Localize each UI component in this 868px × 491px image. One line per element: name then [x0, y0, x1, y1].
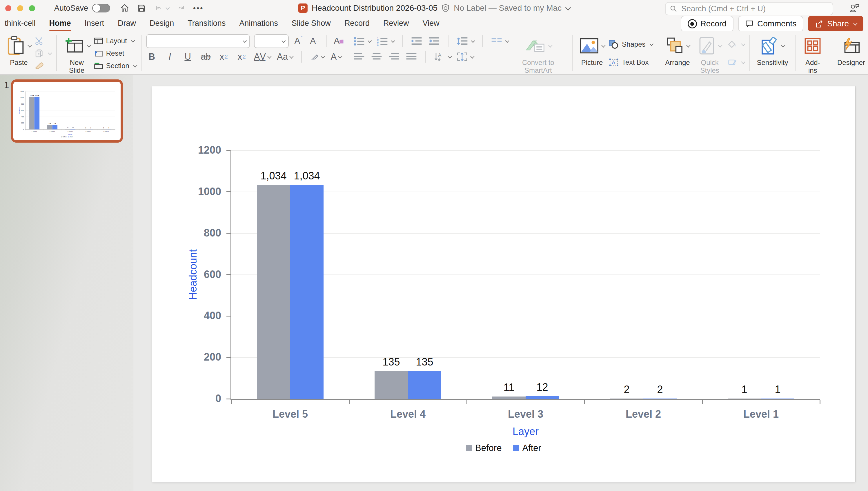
legend-item-after[interactable]: After — [68, 136, 73, 138]
bar-before-level-5[interactable] — [257, 185, 290, 399]
paste-button[interactable]: Paste — [4, 34, 34, 74]
decrease-font-size-button[interactable]: Aˇ — [309, 35, 320, 47]
arrange-button[interactable]: Arrange — [662, 34, 693, 74]
redo-button[interactable] — [176, 3, 185, 13]
share-button[interactable]: Share — [808, 16, 863, 32]
bar-before-level-4[interactable] — [47, 125, 53, 129]
decrease-indent-button[interactable] — [411, 36, 423, 46]
align-text-vertical-button[interactable] — [457, 52, 473, 61]
highlight-color-button[interactable] — [311, 53, 324, 61]
zoom-window-button[interactable] — [29, 5, 35, 11]
text-box-button[interactable]: A Text Box — [609, 57, 652, 68]
bar-after-level-5[interactable] — [34, 97, 40, 129]
bar-after-level-3[interactable] — [526, 396, 559, 399]
font-color-button[interactable]: A — [330, 52, 342, 62]
save-icon[interactable] — [137, 3, 146, 13]
legend-item-after[interactable]: After — [513, 443, 541, 453]
designer-button[interactable]: Designer — [834, 34, 868, 74]
picture-button[interactable]: Picture — [577, 34, 607, 74]
minimize-window-button[interactable] — [17, 5, 23, 11]
menu-tab-review[interactable]: Review — [383, 19, 409, 29]
bar-before-level-3[interactable] — [65, 129, 70, 129]
bar-after-level-4[interactable] — [53, 125, 58, 129]
search-box[interactable] — [665, 2, 833, 16]
align-center-button[interactable] — [371, 53, 382, 61]
chart-legend[interactable]: BeforeAfter — [152, 443, 855, 453]
character-spacing-button[interactable]: A̲V̲ — [254, 52, 270, 62]
menu-tab-record[interactable]: Record — [344, 19, 370, 29]
paste-chevron-icon[interactable] — [28, 44, 32, 48]
strikethrough-button[interactable]: ab — [200, 52, 212, 62]
document-title[interactable]: Headcount Distribution 2026-03-05 — [312, 3, 437, 13]
slide-thumbnail-panel[interactable]: 1 0200400600800100012001,0341,034Level 5… — [0, 75, 133, 491]
change-case-button[interactable]: Aa — [277, 52, 292, 62]
underline-button[interactable]: U — [182, 52, 194, 62]
clear-formatting-button[interactable]: A◆ — [334, 36, 345, 47]
menu-tab-draw[interactable]: Draw — [118, 19, 136, 29]
justify-button[interactable] — [406, 53, 417, 61]
menu-tab-slide-show[interactable]: Slide Show — [292, 19, 331, 29]
bar-before-level-4[interactable] — [375, 371, 408, 399]
menu-tab-insert[interactable]: Insert — [85, 19, 104, 29]
add-ins-button[interactable]: Add-ins — [800, 34, 826, 74]
presence-icon[interactable] — [849, 3, 860, 13]
new-slide-button[interactable]: New Slide — [61, 34, 93, 74]
legend-item-before[interactable]: Before — [61, 136, 67, 138]
subscript-button[interactable]: x2 — [236, 52, 248, 62]
undo-chevron-icon[interactable] — [166, 6, 170, 10]
increase-font-size-button[interactable]: Aˆ — [293, 36, 305, 47]
superscript-button[interactable]: x2 — [218, 52, 230, 62]
bullets-button[interactable] — [353, 36, 371, 46]
align-right-button[interactable] — [388, 53, 400, 61]
bar-before-level-5[interactable] — [29, 97, 34, 129]
shape-outline-button[interactable] — [728, 57, 744, 68]
quick-styles-button[interactable]: Quick Styles — [693, 34, 727, 74]
copy-button[interactable] — [35, 48, 51, 59]
legend-item-before[interactable]: Before — [466, 443, 501, 453]
bold-button[interactable]: B — [146, 52, 158, 62]
bar-before-level-1[interactable] — [728, 399, 761, 399]
shapes-button[interactable]: Shapes — [609, 39, 652, 50]
increase-indent-button[interactable] — [428, 36, 440, 46]
bar-before-level-3[interactable] — [492, 397, 526, 399]
italic-button[interactable]: I — [164, 52, 176, 62]
chart-legend[interactable]: BeforeAfter — [13, 136, 121, 138]
menu-tab-think-cell[interactable]: think-cell — [5, 19, 36, 29]
more-commands-icon[interactable]: ••• — [193, 4, 204, 13]
menu-tab-transitions[interactable]: Transitions — [187, 19, 226, 29]
bar-after-level-3[interactable] — [70, 129, 76, 129]
layout-button[interactable]: Layout — [94, 35, 136, 47]
search-input[interactable] — [681, 4, 829, 13]
font-size-select[interactable] — [254, 34, 289, 48]
bar-chart[interactable]: 0200400600800100012001,0341,034Level 513… — [152, 86, 855, 482]
undo-button[interactable] — [154, 3, 169, 13]
section-button[interactable]: Section — [94, 60, 136, 71]
autosave-toggle[interactable] — [92, 4, 110, 12]
record-button[interactable]: Record — [681, 16, 733, 32]
bar-after-level-4[interactable] — [408, 371, 441, 399]
menu-tab-animations[interactable]: Animations — [239, 19, 278, 29]
line-spacing-button[interactable] — [457, 36, 474, 46]
close-window-button[interactable] — [5, 5, 11, 11]
slide-thumbnail[interactable]: 0200400600800100012001,0341,034Level 513… — [11, 80, 123, 143]
sensitivity-button[interactable]: Sensitivity — [754, 34, 791, 74]
font-name-select[interactable] — [146, 34, 250, 48]
bar-after-level-1[interactable] — [761, 399, 794, 399]
slide[interactable]: 0200400600800100012001,0341,034Level 513… — [152, 86, 855, 482]
document-status[interactable]: No Label — Saved to my Mac — [454, 3, 570, 13]
convert-to-smartart-button[interactable]: Convert to SmartArt — [508, 34, 568, 74]
bar-after-level-5[interactable] — [290, 185, 323, 399]
shape-fill-button[interactable] — [728, 39, 744, 50]
columns-button[interactable] — [491, 37, 508, 45]
bar-before-level-2[interactable] — [610, 399, 643, 399]
align-left-button[interactable] — [353, 53, 365, 61]
home-icon[interactable] — [120, 3, 129, 13]
reset-button[interactable]: Reset — [94, 48, 136, 59]
menu-tab-view[interactable]: View — [423, 19, 439, 29]
cut-button[interactable] — [35, 35, 51, 47]
comments-button[interactable]: Comments — [738, 16, 803, 32]
numbering-button[interactable]: 123 — [377, 36, 394, 46]
bar-after-level-2[interactable] — [643, 399, 677, 399]
menu-tab-home[interactable]: Home — [49, 19, 71, 29]
text-direction-button[interactable]: A — [434, 52, 451, 61]
